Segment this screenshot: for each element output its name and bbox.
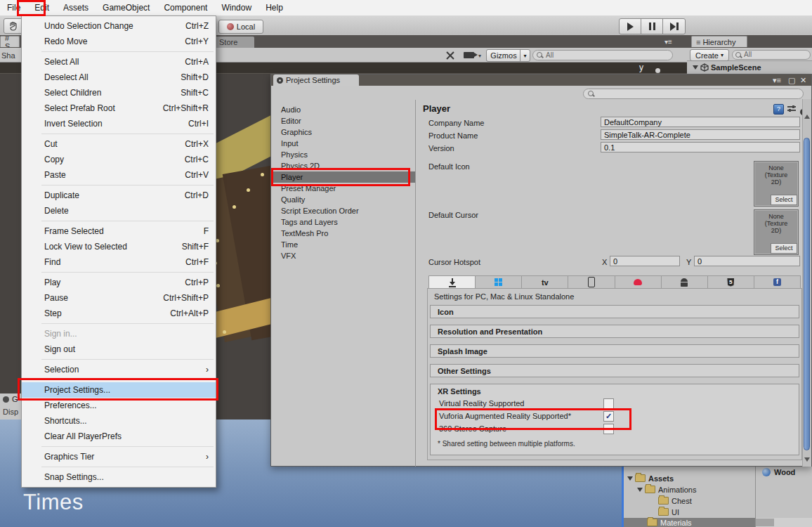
tree-item-animations[interactable]: Animations xyxy=(637,484,696,495)
menu-item-play[interactable]: PlayCtrl+P xyxy=(22,275,216,290)
version-field[interactable]: 0.1 xyxy=(601,142,800,152)
menu-window[interactable]: Window xyxy=(214,1,258,15)
hotspot-y-field[interactable]: 0 xyxy=(694,256,800,266)
category-time[interactable]: Time xyxy=(271,239,415,250)
menu-item-shortcuts[interactable]: Shortcuts... xyxy=(22,413,216,429)
project-settings-tab[interactable]: Project Settings xyxy=(273,74,359,86)
platform-tab-tvos[interactable]: tv xyxy=(522,276,568,288)
preset-icon[interactable] xyxy=(787,105,796,112)
section-other-settings[interactable]: Other Settings xyxy=(430,364,799,377)
expander-icon[interactable] xyxy=(693,65,698,70)
menu-help[interactable]: Help xyxy=(258,1,290,15)
menu-item-invert-selection[interactable]: Invert SelectionCtrl+I xyxy=(22,116,216,131)
scroll-up-arrow[interactable] xyxy=(804,115,810,119)
hierarchy-create-button[interactable]: Create ▾ xyxy=(690,49,729,61)
window-menu-icon[interactable]: ▾≡ xyxy=(773,75,781,85)
scroll-down-arrow[interactable] xyxy=(804,457,810,462)
menu-item-pause[interactable]: PauseCtrl+Shift+P xyxy=(22,290,216,306)
pause-button[interactable] xyxy=(641,18,664,34)
help-manual-icon[interactable]: ? xyxy=(773,104,784,115)
window-scrollbar[interactable] xyxy=(802,99,811,467)
menu-item-frame-selected[interactable]: Frame SelectedF xyxy=(22,223,216,239)
virtual-reality-supported-checkbox[interactable] xyxy=(603,398,614,409)
category-graphics[interactable]: Graphics xyxy=(271,126,415,138)
menu-item-sign-out[interactable]: Sign out xyxy=(22,341,216,357)
category-input[interactable]: Input xyxy=(271,138,415,149)
collab-local-button[interactable]: Local xyxy=(218,20,263,34)
hierarchy-tab[interactable]: ≡ Hierarchy xyxy=(691,36,747,47)
menu-item-duplicate[interactable]: DuplicateCtrl+D xyxy=(22,188,216,203)
window-search-field[interactable] xyxy=(583,89,804,99)
camera-dropdown-arrow[interactable]: ▾ xyxy=(478,53,481,59)
section-resolution-and-presentation[interactable]: Resolution and Presentation xyxy=(430,325,799,338)
platform-tab-lumin[interactable] xyxy=(615,276,662,288)
asset-store-tab[interactable]: Store xyxy=(215,37,254,48)
menu-item-paste[interactable]: PasteCtrl+V xyxy=(22,167,216,183)
inspector-hscrollbar[interactable] xyxy=(756,518,812,527)
category-audio[interactable]: Audio xyxy=(271,104,415,115)
category-editor[interactable]: Editor xyxy=(271,115,415,126)
product-name-field[interactable]: SimpleTalk-AR-Complete xyxy=(601,129,800,140)
menu-item-copy[interactable]: CopyCtrl+C xyxy=(22,152,216,167)
menu-item-undo[interactable]: Undo Selection ChangeCtrl+Z xyxy=(22,18,216,34)
tree-item-assets[interactable]: Assets xyxy=(627,473,674,484)
menu-item-redo[interactable]: Redo MoveCtrl+Y xyxy=(22,34,216,49)
display-dropdown-partial[interactable]: Disp xyxy=(3,408,18,416)
camera-icon[interactable] xyxy=(464,52,474,58)
platform-tab-android[interactable] xyxy=(662,276,708,288)
menu-item-select-all[interactable]: Select AllCtrl+A xyxy=(22,54,216,70)
scene-tab[interactable]: # S xyxy=(0,36,20,47)
menu-item-graphics-tier[interactable]: Graphics Tier› xyxy=(22,449,216,464)
gizmos-dropdown[interactable]: Gizmos xyxy=(486,49,521,62)
tree-item-ui[interactable]: UI xyxy=(658,507,679,518)
category-vfx[interactable]: VFX xyxy=(271,250,415,261)
hierarchy-search-field[interactable]: All xyxy=(732,50,811,60)
scrollbar-thumb[interactable] xyxy=(756,519,774,526)
menu-item-snap-settings[interactable]: Snap Settings... xyxy=(22,469,216,485)
category-quality[interactable]: Quality xyxy=(271,194,415,205)
menu-item-select-prefab-root[interactable]: Select Prefab RootCtrl+Shift+R xyxy=(22,100,216,116)
default-cursor-texture-slot[interactable]: None (Texture 2D) Select xyxy=(754,209,799,255)
hand-tool-button[interactable] xyxy=(4,18,23,34)
tree-item-chest[interactable]: Chest xyxy=(658,495,692,507)
menu-item-delete[interactable]: Delete xyxy=(22,203,216,219)
play-button[interactable] xyxy=(619,18,642,34)
company-name-field[interactable]: DefaultCompany xyxy=(601,117,800,127)
platform-tab-webgl[interactable]: 5 xyxy=(708,276,754,288)
category-tags-and-layers[interactable]: Tags and Layers xyxy=(271,216,415,228)
step-button[interactable] xyxy=(662,18,686,34)
menu-item-find[interactable]: FindCtrl+F xyxy=(22,254,216,270)
menu-item-step[interactable]: StepCtrl+Alt+P xyxy=(22,306,216,321)
category-physics[interactable]: Physics xyxy=(271,149,415,160)
platform-tab-windows[interactable] xyxy=(476,276,522,288)
category-textmesh-pro[interactable]: TextMesh Pro xyxy=(271,228,415,239)
menu-assets[interactable]: Assets xyxy=(56,1,96,15)
section-splash-image[interactable]: Splash Image xyxy=(430,344,799,358)
platform-tab-standalone[interactable] xyxy=(429,276,476,288)
menu-item-cut[interactable]: CutCtrl+X xyxy=(22,136,216,152)
window-maximize-icon[interactable]: ▢ xyxy=(788,75,795,85)
menu-item-select-children[interactable]: Select ChildrenShift+C xyxy=(22,85,216,100)
select-texture-button[interactable]: Select xyxy=(771,243,797,254)
tree-item-materials[interactable]: Materials xyxy=(647,517,692,527)
tools-wrench-icon[interactable] xyxy=(445,51,455,60)
default-icon-texture-slot[interactable]: None (Texture 2D) Select xyxy=(754,161,799,207)
menu-component[interactable]: Component xyxy=(157,1,214,15)
expander-icon[interactable] xyxy=(637,488,643,492)
window-close-icon[interactable]: ✕ xyxy=(800,75,806,85)
category-script-execution-order[interactable]: Script Execution Order xyxy=(271,205,415,216)
menu-item-clear-all-playerprefs[interactable]: Clear All PlayerPrefs xyxy=(22,429,216,444)
hierarchy-scene-row[interactable]: SampleScene xyxy=(687,61,812,74)
menu-item-selection[interactable]: Selection› xyxy=(22,362,216,377)
platform-tab-facebook[interactable]: f xyxy=(754,276,800,288)
menu-item-deselect-all[interactable]: Deselect AllShift+D xyxy=(22,70,216,85)
select-texture-button[interactable]: Select xyxy=(771,195,797,205)
menu-item-lock-view-to-selected[interactable]: Lock View to SelectedShift+F xyxy=(22,239,216,254)
menu-gameobject[interactable]: GameObject xyxy=(96,1,157,15)
platform-tab-ios[interactable] xyxy=(568,276,615,288)
gizmos-dropdown-arrow[interactable]: ▾ xyxy=(520,49,530,62)
scene-panel-menu-icon[interactable]: ▾≡ xyxy=(664,38,672,46)
hotspot-x-field[interactable]: 0 xyxy=(610,256,680,266)
expander-icon[interactable] xyxy=(627,476,633,481)
scene-search-field[interactable]: All xyxy=(532,50,673,60)
